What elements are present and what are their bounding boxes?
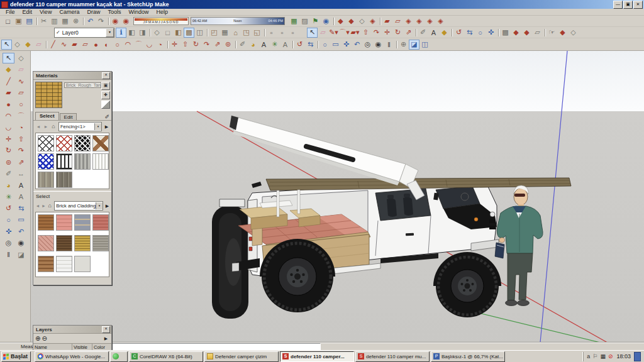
rect-tool-icon[interactable]: ▰▾ [350,28,360,38]
back-icon[interactable]: ◄ [35,202,41,210]
tape-tool-icon[interactable]: ✐ [418,28,428,38]
scale-tool-icon[interactable]: ⇗ [403,28,414,38]
show-desktop-button[interactable] [634,352,641,361]
style-shaded-icon[interactable]: ◈ [403,16,414,26]
fog-icon[interactable]: ▨ [299,16,310,26]
position-camera-icon[interactable]: ◎ [362,40,373,50]
swatch-paver-herringbone-pink[interactable] [38,235,54,251]
dc-options-icon[interactable]: ◇ [568,28,579,38]
chevron-down-icon[interactable]: ▾ [96,202,103,209]
zoom-previous-icon[interactable]: ↶ [15,226,27,237]
create-material-button[interactable]: ✚ [101,91,110,99]
sample-paint-icon[interactable]: ✐ [104,114,109,120]
secondary-pane-button[interactable]: ▣ [101,82,110,90]
close-button[interactable]: ✕ [633,1,643,9]
tape-tool-icon[interactable]: ✐ [237,40,248,50]
task-coreldraw[interactable]: CorelDRAW X6 (64-Bit) [129,351,203,362]
taskbar-clock[interactable]: 18:03 [616,353,631,359]
swatch-stone-rough-gray[interactable] [92,235,109,251]
material-name-field[interactable]: Brick_Rough_Tan [64,82,101,88]
axes-tool-icon[interactable]: ✳ [269,40,280,50]
separator[interactable] [291,40,294,50]
style-textured-icon[interactable]: ◈ [414,16,425,26]
arc-tool-icon[interactable]: ⌒▾ [339,28,350,38]
details-flyout-icon[interactable]: ▶ [103,335,109,343]
close-icon[interactable]: ✕ [102,326,110,333]
menu-view[interactable]: View [36,9,55,15]
freehand-tool-icon[interactable]: ∿ [58,40,69,50]
walk-tool-icon[interactable]: ‖ [3,250,14,260]
swatch-picket-white[interactable] [92,153,109,170]
separator[interactable] [414,28,418,38]
back-edges-icon[interactable]: ◨ [137,28,148,38]
circle-tool-icon[interactable]: ● [91,40,101,50]
task-green-app[interactable] [110,351,128,362]
tray-network-icon[interactable]: ▦ [600,353,606,359]
freehand-tool-icon[interactable]: ∿ [15,76,27,87]
tray-input-icon[interactable]: a [587,353,590,359]
pan-tool-icon[interactable]: ⇆ [464,28,475,38]
polygon-tool-icon[interactable]: ○ [112,40,123,50]
save-icon[interactable]: ▤ [24,16,35,26]
offset-tool-icon[interactable]: ⊚ [3,157,14,168]
separator[interactable] [262,28,266,38]
components-browser-icon[interactable]: ▱ [532,28,543,38]
view-back-icon[interactable]: ◱ [252,28,262,38]
layer-dropdown[interactable]: ✓ Layer0 ▾ [54,28,114,38]
walk-tool-icon[interactable]: ‖ [384,40,394,50]
materials-browser-icon[interactable]: ◆ [521,28,532,38]
three-point-arc-icon[interactable]: ◡ [144,40,155,50]
google-earth-icon[interactable]: ◉ [321,16,331,26]
pushpull-tool-icon[interactable]: ⇧ [360,28,371,38]
scale-tool-icon[interactable]: ⇗ [212,40,223,50]
eraser-tool-icon[interactable]: ▱ [15,64,27,75]
style-xray-icon[interactable]: ◈ [435,16,446,26]
polygon-tool-icon[interactable]: ○ [15,99,27,110]
start-button[interactable]: Başlat [1,351,31,362]
separator[interactable] [543,28,547,38]
add-location-icon[interactable]: ⚑ [310,16,321,26]
warehouse-share-icon[interactable]: ◆ [511,28,521,38]
swatch-siding-white[interactable] [56,256,72,272]
pie-tool-icon[interactable]: ◔ [155,40,165,50]
remove-layer-button[interactable]: ⊖ [42,336,47,342]
text-tool-icon[interactable]: A [428,28,439,38]
three-d-text-icon[interactable]: A [15,192,27,202]
swatch-lattice-red[interactable] [56,135,72,151]
prev-view-icon[interactable]: ▫ [266,28,277,38]
share-model-icon[interactable]: ◆ [346,16,357,26]
in-model-icon[interactable]: ⌂ [50,123,57,131]
separator[interactable] [44,40,48,50]
scale-figure[interactable] [495,185,543,306]
rotate-tool-icon[interactable]: ↻ [3,145,14,156]
separator[interactable] [378,16,382,26]
separator[interactable] [205,28,209,38]
minimize-button[interactable]: — [613,1,623,9]
swatch-metal-bars[interactable] [56,153,72,170]
separator[interactable] [106,16,110,26]
look-around-icon[interactable]: ◉ [15,238,27,248]
look-around-icon[interactable]: ◉ [373,40,384,50]
menu-tools[interactable]: Tools [104,9,125,15]
move-tool-icon[interactable]: ✛ [169,40,180,50]
next-view-icon[interactable]: ▫ [277,28,287,38]
get-models-icon[interactable]: ◆ [335,16,346,26]
style-monochrome-icon[interactable]: ◈ [425,16,435,26]
entity-info-icon[interactable]: ◉ [121,16,131,26]
menu-file[interactable]: File [2,9,19,15]
monochrome-icon[interactable]: ◫ [194,28,205,38]
tape-tool-icon[interactable]: ✐ [3,168,14,179]
shadows-icon[interactable]: ▦ [289,16,299,26]
model-viewport[interactable] [31,51,644,343]
model-info-icon[interactable]: ◉ [110,16,121,26]
swatch-brick-rough-tan[interactable] [74,235,91,251]
pie-tool-icon[interactable]: ◔ [15,122,27,133]
camera-undo-icon[interactable]: ▫ [287,28,298,38]
eraser-tool-icon[interactable]: ▱ [33,40,44,50]
shadow-date-slider[interactable]: JFMAMJJASOND [133,17,189,25]
chevron-down-icon[interactable]: ▾ [106,28,114,37]
pan-tool-icon[interactable]: ⇆ [15,203,27,214]
rotate-tool-icon[interactable]: ↻ [191,40,201,50]
offset-tool-icon[interactable]: ⊚ [223,40,233,50]
swatch-wood-gray[interactable] [38,172,54,188]
